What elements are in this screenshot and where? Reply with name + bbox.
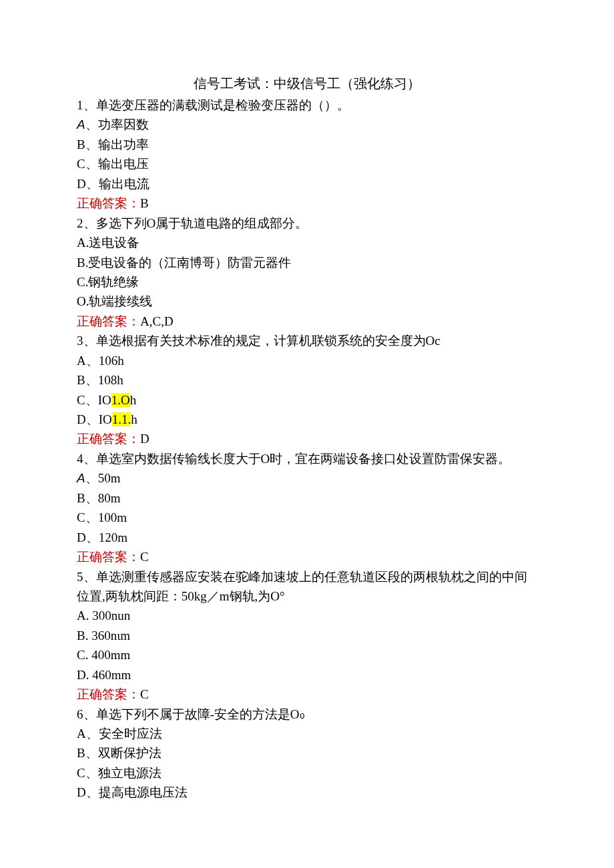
q3-option-b: B、108h xyxy=(77,370,537,390)
q4-option-c: C、100m xyxy=(77,508,537,527)
q4-stem: 4、单选室内数据传输线长度大于O时，宜在两端设备接口处设置防雷保安器。 xyxy=(77,449,537,468)
q3-stem: 3、单选根据有关技术标准的规定，计算机联锁系统的安全度为Oc xyxy=(77,331,537,350)
q2-stem: 2、多选下列O属于轨道电路的组成部分。 xyxy=(77,213,537,233)
answer-label: 正确答案： xyxy=(77,196,140,210)
q6-option-b: B、双断保护法 xyxy=(77,743,537,763)
q6-option-c: C、独立电源法 xyxy=(77,763,537,783)
answer-label: 正确答案： xyxy=(77,314,140,328)
q3-c-highlight: 1.O xyxy=(111,393,130,407)
answer-label: 正确答案： xyxy=(77,550,140,564)
answer-label: 正确答案： xyxy=(77,687,140,701)
q2-answer-value: A,C,D xyxy=(140,314,174,328)
q3-c-post: h xyxy=(130,393,137,407)
q1-option-b: B、输出功率 xyxy=(77,135,537,154)
q2-option-b: B.受电设备的（江南博哥）防雷元器件 xyxy=(77,253,537,272)
q4-a-prefix: A xyxy=(77,471,85,485)
q2-option-c: C.钢轨绝缘 xyxy=(77,272,537,292)
q3-option-c: C、IO1.Oh xyxy=(77,390,537,410)
q5-option-d: D. 460mm xyxy=(77,665,537,685)
q6-option-d: D、提高电源电压法 xyxy=(77,783,537,802)
q3-d-pre: D、IO xyxy=(77,412,112,426)
q3-d-post: h xyxy=(131,412,137,426)
q4-option-b: B、80m xyxy=(77,488,537,508)
page-title: 信号工考试：中级信号工（强化练习） xyxy=(77,73,537,94)
q1-option-a: A、功率因数 xyxy=(77,115,537,134)
q3-answer-value: D xyxy=(140,432,149,446)
q3-answer: 正确答案：D xyxy=(77,429,537,448)
answer-label: 正确答案： xyxy=(77,432,140,446)
q3-option-a: A、106h xyxy=(77,351,537,370)
q4-a-rest: 、50m xyxy=(85,471,121,485)
q1-answer-value: B xyxy=(140,196,149,210)
q5-answer-value: C xyxy=(140,687,149,701)
q2-answer: 正确答案：A,C,D xyxy=(77,312,537,331)
q2-option-d: O.轨端接续线 xyxy=(77,292,537,311)
q3-d-highlight: 1.1. xyxy=(112,412,131,426)
q5-option-b: B. 360nιm xyxy=(77,626,537,645)
q1-option-d: D、输出电流 xyxy=(77,174,537,193)
q1-answer: 正确答案：B xyxy=(77,193,537,213)
q3-c-pre: C、IO xyxy=(77,393,111,407)
q1-a-rest: 、功率因数 xyxy=(85,117,149,131)
q1-a-prefix: A xyxy=(77,117,85,131)
q1-option-c: C、输出电压 xyxy=(77,154,537,173)
q5-option-c: C. 400mm xyxy=(77,645,537,665)
q5-answer: 正确答案：C xyxy=(77,685,537,704)
q6-option-a: A、安全时应法 xyxy=(77,724,537,743)
q5-stem: 5、单选测重传感器应安装在驼峰加速坡上的任意轨道区段的两根轨枕之间的中间位置,两… xyxy=(77,567,537,606)
q3-option-d: D、IO1.1.h xyxy=(77,410,537,429)
q2-option-a: A.送电设备 xyxy=(77,233,537,252)
q6-stem: 6、单选下列不属于故障-安全的方法是O₀ xyxy=(77,705,537,724)
q5-option-a: A. 300nun xyxy=(77,606,537,625)
q4-option-d: D、120m xyxy=(77,528,537,547)
q4-answer-value: C xyxy=(140,550,149,564)
q4-option-a: A、50m xyxy=(77,468,537,488)
q1-stem: 1、单选变压器的满载测试是检验变压器的（）。 xyxy=(77,95,537,115)
q4-answer: 正确答案：C xyxy=(77,547,537,566)
